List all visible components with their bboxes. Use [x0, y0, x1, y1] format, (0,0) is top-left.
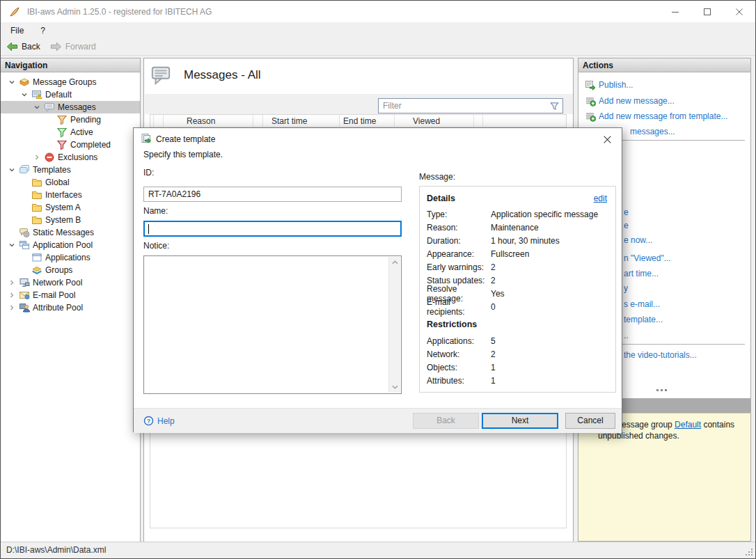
- tree-item-attribute-pool[interactable]: Attribute Pool: [1, 301, 140, 314]
- column-header-reason[interactable]: Reason: [187, 116, 215, 126]
- covered-action-link-fragment[interactable]: n "Viewed"...: [624, 253, 671, 263]
- notice-textarea[interactable]: [143, 255, 402, 394]
- tree-item-messages[interactable]: Messages: [1, 101, 140, 113]
- chevron-down-icon[interactable]: [6, 165, 17, 175]
- tree-item-completed[interactable]: Completed: [1, 139, 140, 151]
- action-link-label: Publish...: [599, 80, 633, 90]
- column-separator[interactable]: [394, 115, 395, 127]
- chevron-right-icon[interactable]: [6, 278, 17, 288]
- tree-item-global[interactable]: Global: [1, 176, 140, 189]
- column-separator[interactable]: [153, 115, 154, 127]
- back-button[interactable]: Back: [2, 40, 45, 54]
- column-separator[interactable]: [339, 115, 340, 127]
- detail-value: Fullscreen: [491, 249, 529, 259]
- chevron-down-icon[interactable]: [19, 90, 30, 100]
- notice-scrollbar[interactable]: [388, 257, 400, 393]
- id-field[interactable]: [143, 187, 402, 202]
- filter-input[interactable]: [383, 100, 543, 112]
- resize-grip[interactable]: [745, 548, 753, 556]
- forward-button[interactable]: Forward: [46, 40, 100, 54]
- chevron-right-icon[interactable]: [6, 290, 17, 300]
- expander-spacer: [19, 190, 30, 200]
- expander-spacer: [19, 253, 30, 262]
- cancel-button[interactable]: Cancel: [565, 413, 615, 429]
- dialog-subtitle: Specify this template.: [143, 150, 223, 159]
- covered-action-link-fragment[interactable]: y: [624, 283, 628, 293]
- tree-item-system-a[interactable]: System A: [1, 201, 140, 214]
- message-label: Message:: [419, 172, 455, 182]
- tree-item-exclusions[interactable]: Exclusions: [1, 151, 140, 164]
- tree-item-message-groups[interactable]: Message Groups: [1, 76, 140, 88]
- back-dialog-button[interactable]: Back: [413, 413, 479, 429]
- detail-value: 5: [491, 336, 496, 346]
- forward-button-label: Forward: [65, 42, 96, 52]
- chevron-down-icon[interactable]: [6, 77, 17, 87]
- email-pool-icon: [19, 290, 30, 301]
- maximize-button[interactable]: [691, 1, 723, 22]
- default-group-link[interactable]: Default: [675, 420, 701, 430]
- covered-action-link-fragment[interactable]: art time...: [624, 269, 659, 278]
- covered-action-link-fragment[interactable]: e: [624, 221, 629, 230]
- covered-action-link-fragment[interactable]: ..: [624, 331, 629, 340]
- action-link-add-new-message[interactable]: Add new message...: [585, 95, 675, 107]
- detail-value: Maintenance: [491, 223, 539, 233]
- covered-action-link-fragment[interactable]: e: [624, 207, 629, 217]
- window-title: IBI-aws Admin 1.25.0 - registered for IB…: [27, 7, 212, 17]
- tree-item-e-mail-pool[interactable]: E-mail Pool: [1, 289, 140, 301]
- column-header-start-time[interactable]: Start time: [271, 116, 307, 126]
- help-label: Help: [157, 416, 175, 426]
- chevron-down-icon[interactable]: [6, 240, 17, 250]
- chevron-right-icon[interactable]: [6, 303, 17, 313]
- column-separator[interactable]: [262, 115, 263, 127]
- tree-item-label: Exclusions: [58, 152, 97, 162]
- panel-gripper-dots[interactable]: [656, 389, 659, 391]
- tree-item-network-pool[interactable]: Network Pool: [1, 276, 140, 289]
- chevron-down-icon[interactable]: [31, 102, 42, 112]
- tree-item-default[interactable]: Default: [1, 88, 140, 101]
- add-message-template-icon: [585, 111, 596, 122]
- folder-icon: [31, 189, 42, 200]
- column-separator[interactable]: [473, 115, 474, 127]
- dialog-close-icon[interactable]: [598, 132, 616, 147]
- detail-row: Attributes:1: [427, 374, 607, 387]
- column-separator[interactable]: [482, 115, 483, 127]
- minimize-button[interactable]: [659, 1, 691, 22]
- help-link[interactable]: ? Help: [143, 416, 175, 426]
- column-separator[interactable]: [253, 115, 253, 127]
- chevron-right-icon[interactable]: [31, 152, 42, 162]
- video-tutorials-link[interactable]: the video-tutorials...: [624, 350, 697, 360]
- tree-item-groups[interactable]: Groups: [1, 264, 140, 276]
- edit-link[interactable]: edit: [594, 194, 607, 203]
- detail-row: Reason:Maintenance: [427, 221, 607, 234]
- publish-icon: [585, 79, 596, 90]
- covered-action-link-fragment[interactable]: e now...: [624, 235, 652, 245]
- tree-item-active[interactable]: Active: [1, 126, 140, 139]
- back-button-label: Back: [22, 42, 40, 52]
- action-link-publish[interactable]: Publish...: [585, 79, 633, 90]
- tree-item-label: E-mail Pool: [33, 290, 75, 300]
- tree-item-system-b[interactable]: System B: [1, 214, 140, 226]
- tree-item-applications[interactable]: Applications: [1, 251, 140, 264]
- next-button[interactable]: Next: [482, 413, 558, 429]
- filter-funnel-icon[interactable]: [549, 101, 560, 111]
- tree-item-templates[interactable]: Templates: [1, 164, 140, 176]
- app-window: IBI-aws Admin 1.25.0 - registered for IB…: [0, 0, 756, 559]
- name-field[interactable]: [143, 221, 402, 237]
- column-header-viewed[interactable]: Viewed: [413, 116, 440, 126]
- tree-item-application-pool[interactable]: Application Pool: [1, 239, 140, 251]
- covered-action-link-fragment[interactable]: template...: [624, 315, 663, 324]
- add-message-icon: [585, 95, 596, 107]
- table-header-row: ReasonStart timeEnd timeViewed: [150, 115, 566, 127]
- close-button[interactable]: [723, 1, 755, 22]
- tree-item-interfaces[interactable]: Interfaces: [1, 189, 140, 201]
- menu-help[interactable]: ?: [33, 24, 52, 38]
- column-separator[interactable]: [163, 115, 164, 127]
- scroll-up-icon[interactable]: [389, 257, 400, 268]
- tree-item-static-messages[interactable]: Static Messages: [1, 226, 140, 239]
- menu-file[interactable]: File: [3, 24, 31, 38]
- scroll-down-icon[interactable]: [389, 381, 400, 393]
- column-header-end-time[interactable]: End time: [343, 116, 376, 126]
- tree-item-pending[interactable]: Pending: [1, 113, 140, 126]
- covered-action-link-fragment[interactable]: s e-mail...: [624, 299, 660, 309]
- action-link-add-new-message-from-template[interactable]: Add new message from template...: [585, 111, 727, 122]
